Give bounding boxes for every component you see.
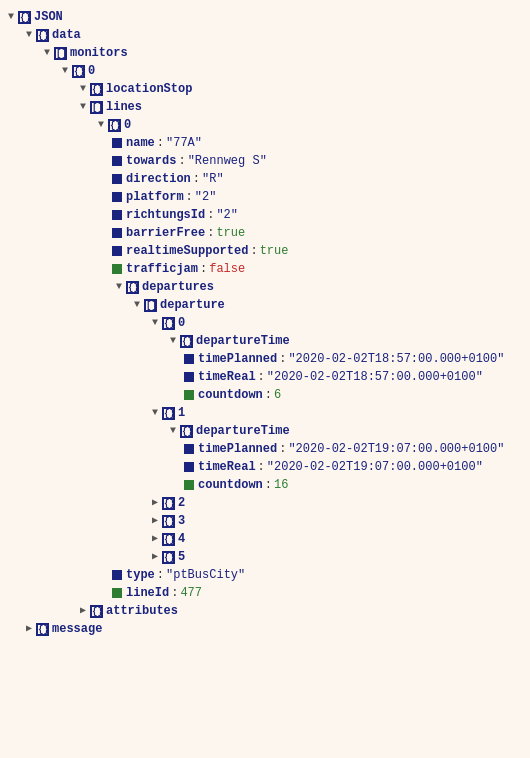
- message-toggle[interactable]: ▶: [22, 620, 36, 638]
- timeplanned0-bullet: [184, 354, 194, 364]
- attributes-toggle[interactable]: ▶: [76, 602, 90, 620]
- dep1-children: ▼ {} departureTime: [148, 422, 526, 494]
- lines-arr-icon: []: [90, 101, 103, 114]
- timereal1-val: "2020-02-02T19:07:00.000+0100": [267, 458, 483, 476]
- departures-toggle[interactable]: ▼: [112, 278, 126, 296]
- towards-val: "Rennweg S": [188, 152, 267, 170]
- departuretime1-children: timePlanned : "2020-02-02T19:07:00.000+0…: [166, 440, 526, 494]
- countdown0-bullet: [184, 390, 194, 400]
- platform-val: "2": [195, 188, 217, 206]
- name-val: "77A": [166, 134, 202, 152]
- dep2-toggle[interactable]: ▶: [148, 494, 162, 512]
- departuretime0-toggle[interactable]: ▼: [166, 332, 180, 350]
- monitor0-obj-icon: {}: [72, 65, 85, 78]
- richtungsid-val: "2": [216, 206, 238, 224]
- data-toggle[interactable]: ▼: [22, 26, 36, 44]
- realtimesupported-bullet: [112, 246, 122, 256]
- message-node: ▶ {} message: [22, 620, 526, 638]
- lines-children: ▼ {} 0 name : "77A": [76, 116, 526, 602]
- departuretime1-node: ▼ {} departureTime: [166, 422, 526, 440]
- lines0-children: name : "77A" towards : "Rennweg S": [94, 134, 526, 602]
- dep5-obj-icon: {}: [162, 551, 175, 564]
- departuretime1-toggle[interactable]: ▼: [166, 422, 180, 440]
- departure-arr-toggle[interactable]: ▼: [130, 296, 144, 314]
- lines-node: ▼ [] lines: [76, 98, 526, 116]
- dep4-obj-icon: {}: [162, 533, 175, 546]
- monitors-node: ▼ [] monitors: [40, 44, 526, 62]
- timeplanned0-key: timePlanned: [198, 350, 277, 368]
- departure-arr-node: ▼ [] departure: [130, 296, 526, 314]
- departures-node: ▼ {} departures: [112, 278, 526, 296]
- dep0-toggle[interactable]: ▼: [148, 314, 162, 332]
- lineid-bullet: [112, 588, 122, 598]
- type-val: "ptBusCity": [166, 566, 245, 584]
- towards-key: towards: [126, 152, 176, 170]
- timereal1-bullet: [184, 462, 194, 472]
- departuretime0-children: timePlanned : "2020-02-02T18:57:00.000+0…: [166, 350, 526, 404]
- timeplanned0-val: "2020-02-02T18:57:00.000+0100": [288, 350, 504, 368]
- lines0-label: 0: [124, 116, 131, 134]
- root-toggle[interactable]: ▼: [4, 8, 18, 26]
- locationstop-obj-icon: {}: [90, 83, 103, 96]
- trafficjam-val: false: [209, 260, 245, 278]
- lineid-key: lineId: [126, 584, 169, 602]
- dep1-toggle[interactable]: ▼: [148, 404, 162, 422]
- lineid-val: 477: [180, 584, 202, 602]
- dep1-label: 1: [178, 404, 185, 422]
- lines0-obj-icon: {}: [108, 119, 121, 132]
- lines-label: lines: [106, 98, 142, 116]
- direction-bullet: [112, 174, 122, 184]
- type-leaf: type : "ptBusCity": [112, 566, 526, 584]
- direction-leaf: direction : "R": [112, 170, 526, 188]
- dep3-toggle[interactable]: ▶: [148, 512, 162, 530]
- timeplanned1-val: "2020-02-02T19:07:00.000+0100": [288, 440, 504, 458]
- dep3-label: 3: [178, 512, 185, 530]
- dep5-toggle[interactable]: ▶: [148, 548, 162, 566]
- timereal0-leaf: timeReal : "2020-02-02T18:57:00.000+0100…: [184, 368, 526, 386]
- monitor0-toggle[interactable]: ▼: [58, 62, 72, 80]
- dep0-obj-icon: {}: [162, 317, 175, 330]
- realtimesupported-leaf: realtimeSupported : true: [112, 242, 526, 260]
- data-obj-icon: {}: [36, 29, 49, 42]
- dep0-children: ▼ {} departureTime: [148, 332, 526, 404]
- monitors-toggle[interactable]: ▼: [40, 44, 54, 62]
- locationstop-toggle[interactable]: ▼: [76, 80, 90, 98]
- departuretime1-obj-icon: {}: [180, 425, 193, 438]
- dep2-obj-icon: {}: [162, 497, 175, 510]
- departure-arr-children: ▼ {} 0 ▼ {}: [130, 314, 526, 566]
- platform-leaf: platform : "2": [112, 188, 526, 206]
- monitors-children: ▼ {} 0 ▼ {} locationStop ▼ [] li: [40, 62, 526, 620]
- departuretime0-label: departureTime: [196, 332, 290, 350]
- timeplanned1-key: timePlanned: [198, 440, 277, 458]
- barrierfree-leaf: barrierFree : true: [112, 224, 526, 242]
- attributes-label: attributes: [106, 602, 178, 620]
- locationstop-label: locationStop: [106, 80, 192, 98]
- dep4-toggle[interactable]: ▶: [148, 530, 162, 548]
- richtungsid-leaf: richtungsId : "2": [112, 206, 526, 224]
- locationstop-node: ▼ {} locationStop: [76, 80, 526, 98]
- dep5-label: 5: [178, 548, 185, 566]
- departure-arr-label: departure: [160, 296, 225, 314]
- realtimesupported-val: true: [260, 242, 289, 260]
- countdown1-key: countdown: [198, 476, 263, 494]
- platform-key: platform: [126, 188, 184, 206]
- lines-toggle[interactable]: ▼: [76, 98, 90, 116]
- departuretime0-obj-icon: {}: [180, 335, 193, 348]
- dep4-node: ▶ {} 4: [148, 530, 526, 548]
- monitors-arr-icon: []: [54, 47, 67, 60]
- countdown0-leaf: countdown : 6: [184, 386, 526, 404]
- type-key: type: [126, 566, 155, 584]
- barrierfree-bullet: [112, 228, 122, 238]
- dep1-obj-icon: {}: [162, 407, 175, 420]
- dep5-node: ▶ {} 5: [148, 548, 526, 566]
- lines0-toggle[interactable]: ▼: [94, 116, 108, 134]
- data-node: ▼ {} data: [22, 26, 526, 44]
- dep4-label: 4: [178, 530, 185, 548]
- monitor0-label: 0: [88, 62, 95, 80]
- countdown0-key: countdown: [198, 386, 263, 404]
- timeplanned0-leaf: timePlanned : "2020-02-02T18:57:00.000+0…: [184, 350, 526, 368]
- trafficjam-key: trafficjam: [126, 260, 198, 278]
- trafficjam-bullet: [112, 264, 122, 274]
- realtimesupported-key: realtimeSupported: [126, 242, 248, 260]
- departures-obj-icon: {}: [126, 281, 139, 294]
